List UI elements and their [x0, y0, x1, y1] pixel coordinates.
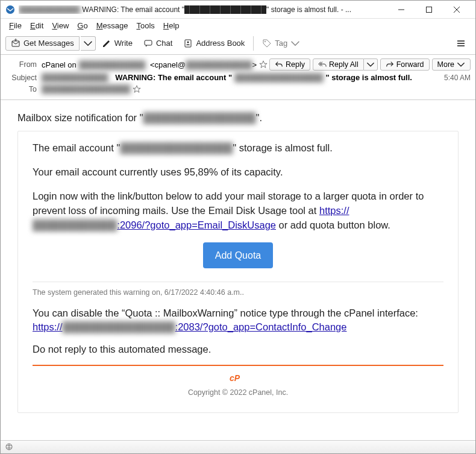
pencil-icon — [102, 39, 111, 48]
header-actions: Reply Reply All Forward More — [269, 58, 471, 71]
add-quota-button[interactable]: Add Quota — [203, 242, 274, 268]
no-reply-notice: Do not reply to this automated message. — [33, 342, 443, 356]
contact-info-link[interactable]: https://████████████████:2083/?goto_app=… — [33, 321, 346, 332]
window-title: ████████████ WARNING: The email account … — [19, 5, 387, 14]
reply-button[interactable]: Reply — [269, 58, 310, 71]
divider — [33, 282, 443, 282]
get-messages-button[interactable]: Get Messages — [5, 36, 80, 51]
forward-icon — [386, 60, 394, 69]
get-messages-dropdown[interactable] — [81, 36, 96, 51]
menu-edit[interactable]: Edit — [27, 20, 47, 31]
activity-icon — [5, 442, 13, 453]
timestamp: 5:40 AM — [431, 74, 471, 82]
line-account-full: The email account "████████████████" sto… — [33, 141, 443, 156]
svg-rect-2 — [427, 7, 432, 12]
chevron-down-icon — [457, 60, 465, 69]
get-messages-label: Get Messages — [23, 39, 74, 48]
statusbar — [1, 440, 475, 453]
orange-divider — [33, 365, 443, 366]
address-book-icon — [183, 39, 193, 48]
menu-file[interactable]: File — [5, 20, 25, 31]
star-icon[interactable] — [259, 60, 268, 69]
tag-button[interactable]: Tag — [257, 37, 305, 50]
disable-notice: You can disable the “Quota :: MailboxWar… — [33, 306, 443, 334]
menubar: File Edit View Go Message Tools Help — [1, 19, 475, 32]
menu-help[interactable]: Help — [160, 20, 183, 31]
to-value: ████████████████ — [42, 84, 471, 93]
write-label: Write — [114, 39, 133, 48]
chat-button[interactable]: Chat — [139, 37, 177, 50]
chevron-down-icon — [290, 39, 300, 48]
download-icon — [11, 39, 20, 48]
chat-label: Chat — [156, 39, 172, 48]
footer: cP Copyright © 2022 cPanel, Inc. — [33, 372, 443, 403]
write-button[interactable]: Write — [97, 37, 137, 50]
menu-tools[interactable]: Tools — [133, 20, 158, 31]
forward-button[interactable]: Forward — [380, 58, 430, 71]
chevron-down-icon — [366, 60, 375, 69]
svg-point-0 — [6, 5, 14, 14]
generated-note: The system generated this warning on, 6/… — [33, 287, 443, 298]
chevron-down-icon — [83, 39, 93, 48]
menu-message[interactable]: Message — [93, 20, 132, 31]
tag-icon — [262, 39, 272, 48]
cpanel-logo-icon: cP — [230, 372, 246, 387]
chat-icon — [143, 39, 153, 48]
svg-rect-6 — [145, 40, 152, 45]
hamburger-icon — [456, 39, 466, 48]
svg-point-8 — [187, 41, 189, 43]
separator — [253, 36, 254, 51]
notification-card: The email account "████████████████" sto… — [17, 131, 459, 413]
email-client-window: ████████████ WARNING: The email account … — [0, 0, 476, 454]
app-menu-button[interactable] — [451, 37, 471, 50]
close-button[interactable] — [443, 1, 471, 19]
svg-text:cP: cP — [230, 373, 240, 383]
menu-view[interactable]: View — [48, 20, 72, 31]
titlebar: ████████████ WARNING: The email account … — [1, 1, 475, 19]
tag-label: Tag — [275, 39, 287, 48]
message-body: Mailbox size notification for "█████████… — [1, 100, 475, 438]
subject-label: Subject — [5, 74, 42, 82]
more-button[interactable]: More — [432, 58, 471, 71]
maximize-button[interactable] — [415, 1, 443, 19]
notification-title: Mailbox size notification for "█████████… — [17, 112, 459, 124]
address-label: Address Book — [196, 39, 245, 48]
minimize-button[interactable] — [387, 1, 415, 19]
from-value: cPanel on ████████████ <cpanel@█████████… — [42, 60, 269, 69]
thunderbird-icon — [5, 5, 15, 14]
reply-icon — [275, 60, 283, 69]
toolbar: Get Messages Write Chat Address Book Tag — [1, 32, 475, 55]
reply-all-icon — [318, 60, 327, 69]
reply-all-button[interactable]: Reply All — [313, 58, 364, 71]
address-book-button[interactable]: Address Book — [178, 37, 249, 50]
line-instructions: Login now with the link/button below to … — [33, 189, 443, 233]
message-header: From cPanel on ████████████ <cpanel@████… — [1, 55, 475, 100]
menu-go[interactable]: Go — [74, 20, 91, 31]
star-icon[interactable] — [133, 85, 141, 93]
svg-point-9 — [265, 41, 266, 42]
subject-value: ████████████ WARNING: The email account … — [42, 73, 431, 82]
copyright: Copyright © 2022 cPanel, Inc. — [188, 388, 288, 397]
line-usage: Your email account currently uses 95,89%… — [33, 165, 443, 180]
from-label: From — [5, 60, 42, 69]
reply-all-dropdown[interactable] — [364, 58, 378, 71]
svg-rect-7 — [185, 40, 191, 47]
to-label: To — [5, 85, 42, 93]
